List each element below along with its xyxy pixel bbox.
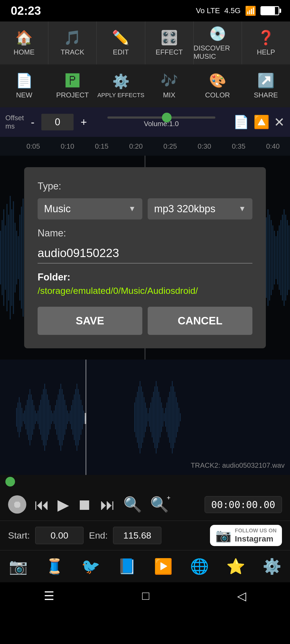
skip-back-icon: ⏮ [34, 496, 49, 513]
sec-apply-effects[interactable]: ⚙️ APPLY EFFECTS [97, 64, 145, 107]
nav-discover[interactable]: 💿 DISCOVER MUSIC [194, 21, 242, 64]
svg-rect-224 [71, 405, 72, 429]
sec-share-label: SHARE [254, 91, 278, 99]
svg-rect-266 [176, 397, 177, 437]
nav-effect-label: EFFECT [156, 48, 183, 56]
favorite-social-icon[interactable]: ⭐ [226, 558, 245, 575]
svg-rect-184 [17, 402, 18, 432]
svg-rect-217 [62, 389, 63, 445]
sec-share[interactable]: ↗️ SHARE [242, 64, 290, 107]
dialog-name-input[interactable] [38, 243, 252, 264]
quality-dropdown[interactable]: mp3 320kbps ▼ [148, 198, 252, 219]
svg-rect-267 [177, 402, 178, 432]
end-label: End: [89, 530, 108, 541]
record-button[interactable]: ⏺ [8, 495, 26, 514]
sec-project[interactable]: 🅿 PROJECT [48, 64, 97, 107]
svg-rect-246 [149, 408, 150, 427]
zoom-out-button[interactable]: 🔍 [123, 496, 142, 513]
zoom-in-button[interactable]: 🔍+ [150, 496, 169, 513]
facebook-social-icon[interactable]: 📘 [118, 558, 136, 575]
nav-edit[interactable]: ✏️ EDIT [97, 21, 145, 64]
instagram-name-text: Instagram [235, 534, 277, 543]
nav-track-label: TRACK [61, 48, 84, 56]
svg-rect-208 [50, 405, 50, 429]
android-menu-button[interactable]: ☰ [44, 589, 54, 603]
nav-effect[interactable]: 🎛️ EFFECT [145, 21, 194, 64]
bottom-waveform-svg: I [0, 360, 290, 475]
youtube-social-icon[interactable]: ▶️ [154, 558, 173, 575]
progress-dot [5, 477, 15, 486]
volume-thumb[interactable] [162, 113, 172, 122]
instagram-social-icon[interactable]: 📷 [9, 558, 28, 575]
nav-home[interactable]: 🏠 HOME [0, 21, 48, 64]
close-icon[interactable]: ✕ [274, 115, 285, 130]
top-nav: 🏠 HOME 🎵 TRACK ✏️ EDIT 🎛️ EFFECT 💿 DISCO… [0, 21, 290, 64]
svg-rect-195 [32, 400, 33, 435]
ruler-mark-0: 0:05 [16, 142, 50, 151]
skip-forward-button[interactable]: ⏭ [100, 496, 115, 513]
zoom-in-icon: 🔍+ [150, 496, 169, 513]
wifi-icon: 📶 [245, 5, 256, 16]
nav-help[interactable]: ❓ HELP [242, 21, 290, 64]
offset-plus-button[interactable]: + [78, 116, 89, 128]
dialog-type-label: Type: [38, 181, 252, 192]
nav-track[interactable]: 🎵 TRACK [48, 21, 97, 64]
music-type-dropdown[interactable]: Music ▼ [38, 198, 142, 219]
offset-minus-button[interactable]: - [28, 116, 37, 128]
twitter-social-icon[interactable]: 🐦 [81, 558, 100, 575]
svg-rect-247 [150, 402, 151, 432]
save-dialog: Type: Music ▼ mp3 320kbps ▼ Name: Folder… [24, 167, 266, 348]
dialog-folder-path[interactable]: /storage/emulated/0/Music/Audiosdroid/ [38, 286, 252, 296]
sec-mix[interactable]: 🎶 MIX [145, 64, 193, 107]
play-button[interactable]: ▶ [57, 496, 69, 513]
svg-rect-188 [23, 413, 24, 421]
ruler-mark-4: 0:25 [153, 142, 187, 151]
quality-dropdown-arrow: ▼ [238, 204, 246, 213]
svg-rect-194 [31, 394, 32, 440]
threads-social-icon[interactable]: 🧵 [45, 558, 64, 575]
sec-new[interactable]: 📄 NEW [0, 64, 48, 107]
save-button[interactable]: SAVE [38, 307, 142, 335]
file-icon[interactable]: 📄 [233, 115, 249, 130]
instagram-follow-text: FOLLOW US ON [235, 528, 277, 534]
offset-input[interactable] [41, 114, 74, 130]
svg-rect-212 [55, 405, 56, 429]
instagram-badge[interactable]: 📷 FOLLOW US ON Instagram [210, 525, 282, 546]
web-social-icon[interactable]: 🌐 [190, 558, 209, 575]
settings-social-icon[interactable]: ⚙️ [263, 558, 281, 575]
svg-rect-248 [152, 397, 153, 437]
android-home-button[interactable]: □ [142, 589, 149, 602]
svg-rect-263 [172, 381, 173, 453]
sec-color-label: COLOR [205, 91, 230, 99]
dialog-folder-label: Folder: [38, 272, 252, 283]
svg-rect-232 [82, 405, 83, 429]
sec-color[interactable]: 🎨 COLOR [193, 64, 242, 107]
dialog-name-label: Name: [38, 228, 252, 239]
svg-rect-206 [47, 394, 48, 440]
svg-rect-226 [74, 394, 75, 440]
stop-button[interactable]: ⏹ [77, 496, 92, 513]
svg-rect-210 [52, 413, 53, 421]
svg-rect-223 [70, 411, 71, 424]
svg-rect-214 [58, 394, 59, 440]
cancel-button[interactable]: CANCEL [148, 307, 252, 335]
svg-rect-215 [59, 389, 60, 445]
sec-new-label: NEW [16, 91, 32, 99]
android-back-button[interactable]: ◁ [237, 589, 246, 603]
svg-rect-222 [68, 413, 69, 421]
ruler-mark-5: 0:30 [187, 142, 222, 151]
volume-track[interactable] [107, 116, 215, 119]
svg-rect-249 [153, 392, 154, 443]
expand-icon[interactable]: 🔼 [253, 115, 270, 130]
help-icon: ❓ [257, 30, 275, 46]
status-icons: Vo LTE 4.5G 📶 [196, 5, 279, 16]
nav-edit-label: EDIT [113, 48, 129, 56]
svg-rect-231 [81, 400, 81, 435]
svg-rect-242 [144, 397, 144, 437]
svg-rect-265 [175, 392, 175, 443]
skip-back-button[interactable]: ⏮ [34, 496, 49, 513]
svg-rect-244 [146, 408, 147, 427]
svg-rect-199 [38, 411, 38, 424]
volume-slider[interactable]: Volume:1.0 [94, 116, 229, 128]
edit-icon: ✏️ [112, 30, 129, 46]
